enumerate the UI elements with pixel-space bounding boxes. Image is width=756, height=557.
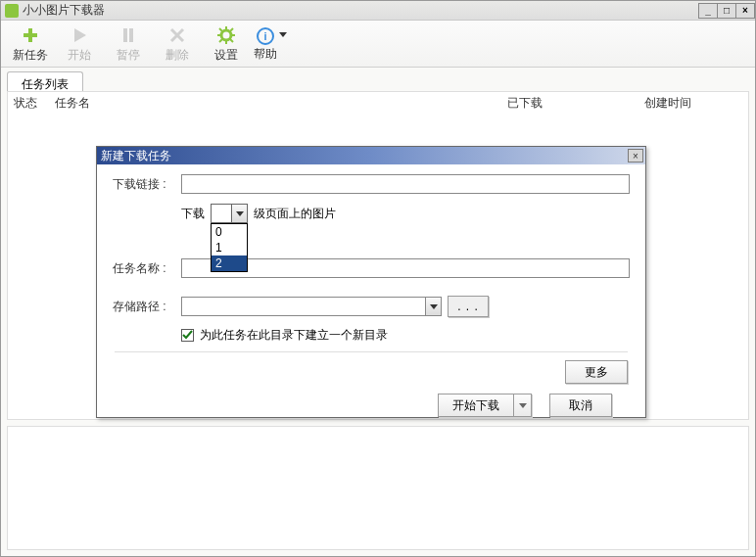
cancel-button[interactable]: 取消 [549, 394, 612, 417]
plus-icon [21, 25, 40, 45]
svg-marker-2 [74, 28, 86, 42]
help-button[interactable]: i 帮助 [254, 26, 287, 63]
create-folder-checkbox[interactable] [181, 329, 194, 342]
chevron-down-icon [231, 205, 247, 222]
close-button[interactable]: × [735, 3, 755, 19]
titlebar: 小小图片下载器 _ □ × [1, 1, 755, 21]
app-icon [5, 4, 19, 18]
settings-button[interactable]: 设置 [205, 25, 248, 64]
level-prefix: 下载 [181, 206, 205, 222]
svg-rect-4 [129, 28, 133, 42]
col-status[interactable]: 状态 [14, 95, 45, 112]
maximize-button[interactable]: □ [717, 3, 736, 19]
delete-button[interactable]: 删除 [156, 25, 199, 64]
dialog-title: 新建下载任务 [101, 148, 171, 164]
create-folder-label: 为此任务在此目录下建立一个新目录 [200, 327, 388, 344]
dialog-titlebar: 新建下载任务 × [97, 147, 645, 164]
svg-text:i: i [263, 30, 266, 42]
new-task-button[interactable]: 新任务 [9, 25, 52, 64]
play-icon [70, 25, 89, 45]
pause-button[interactable]: 暂停 [107, 25, 150, 64]
start-button[interactable]: 开始 [58, 25, 101, 64]
url-input[interactable] [181, 174, 630, 194]
level-row: 下载 级页面上的图片 [181, 204, 336, 223]
more-button[interactable]: 更多 [565, 360, 628, 384]
start-download-button[interactable]: 开始下载 [438, 394, 532, 417]
level-option-2[interactable]: 2 [212, 255, 247, 271]
info-icon: i [256, 26, 275, 46]
level-select[interactable] [211, 204, 248, 223]
status-panel [7, 426, 749, 550]
path-label: 存储路径 : [113, 299, 181, 315]
svg-rect-3 [123, 28, 127, 42]
path-select[interactable] [181, 297, 442, 316]
level-option-0[interactable]: 0 [212, 224, 247, 240]
delete-icon [167, 25, 187, 45]
dialog-close-button[interactable]: × [628, 149, 643, 162]
pause-icon [118, 25, 138, 45]
toolbar: 新任务 开始 暂停 删除 设置 [1, 21, 755, 68]
task-name-label: 任务名称 : [113, 260, 181, 277]
svg-line-15 [219, 39, 222, 42]
col-downloaded[interactable]: 已下载 [507, 95, 635, 112]
svg-rect-1 [24, 33, 37, 37]
gear-icon [216, 25, 236, 45]
level-suffix: 级页面上的图片 [254, 206, 336, 222]
minimize-button[interactable]: _ [698, 3, 718, 19]
tab-strip: 任务列表 [1, 68, 755, 91]
svg-point-7 [221, 30, 231, 40]
task-name-input[interactable] [181, 258, 630, 278]
svg-line-13 [230, 39, 233, 42]
level-option-1[interactable]: 1 [212, 240, 247, 255]
chevron-down-icon [425, 298, 441, 315]
window-controls: _ □ × [699, 3, 755, 19]
url-label: 下载链接 : [113, 176, 181, 193]
col-created[interactable]: 创建时间 [644, 95, 742, 112]
level-dropdown: 0 1 2 [211, 223, 248, 272]
new-task-dialog: 新建下载任务 × 下载链接 : 下载 级页面上的图片 0 1 2 任务名称 : [96, 146, 646, 418]
browse-button[interactable]: . . . [448, 296, 489, 317]
app-title: 小小图片下载器 [23, 2, 105, 19]
list-header: 状态 任务名 已下载 创建时间 [8, 92, 748, 114]
col-name[interactable]: 任务名 [55, 95, 497, 112]
svg-line-14 [230, 28, 233, 31]
help-dropdown-arrow[interactable] [279, 32, 287, 37]
svg-line-12 [219, 28, 222, 31]
start-download-dropdown[interactable] [514, 394, 532, 417]
